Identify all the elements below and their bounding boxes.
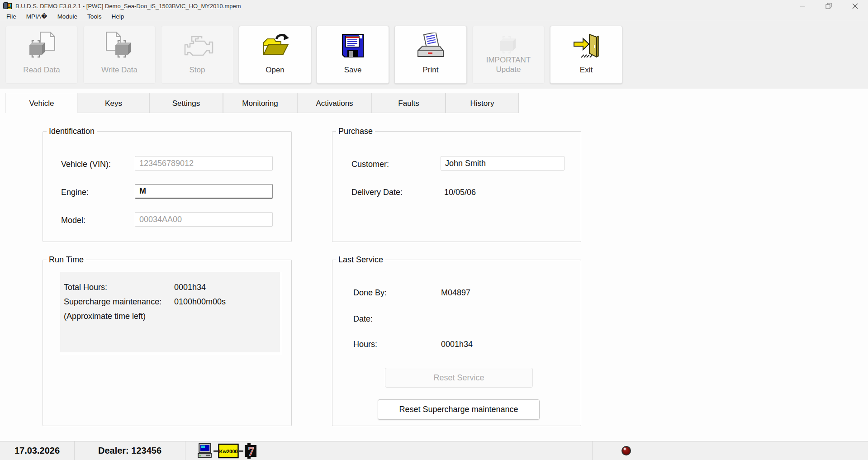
supercharge-label: Supercharge maintenance: (64, 297, 161, 307)
date-label: Date: (353, 314, 373, 324)
hours-value: 0001h34 (441, 340, 473, 349)
hours-label: Hours: (353, 340, 377, 349)
buds-app-icon (3, 2, 12, 10)
last-service-group: Last Service Done By: M04897 Date: Hours… (332, 260, 581, 426)
ecu-module-icon: 7 (243, 442, 258, 460)
open-button[interactable]: Open (239, 26, 311, 84)
tab-settings[interactable]: Settings (149, 93, 223, 113)
toolbar-button-label: Write Data (101, 65, 138, 75)
done-by-value: M04897 (441, 288, 470, 298)
status-date: 17.03.2026 (14, 446, 60, 456)
run-time-group: Run Time Total Hours: 0001h34 Supercharg… (43, 260, 292, 426)
engine-field[interactable] (135, 184, 273, 199)
important-update-button: IMPORTANT Update (472, 26, 545, 84)
save-floppy-icon (341, 33, 365, 58)
exit-button[interactable]: Exit (550, 26, 622, 84)
tab-history[interactable]: History (446, 93, 519, 113)
write-data-icon (104, 31, 134, 60)
connector-line (239, 450, 243, 452)
total-hours-label: Total Hours: (64, 283, 107, 292)
tab-keys[interactable]: Keys (78, 93, 149, 113)
tab-activations[interactable]: Activations (297, 93, 372, 113)
status-dealer: Dealer: 123456 (98, 446, 161, 456)
purchase-group: Purchase Customer: Delivery Date: 10/05/… (332, 131, 581, 242)
menu-module[interactable]: Module (52, 13, 82, 20)
svg-text:Kw2000: Kw2000 (219, 449, 238, 454)
menu-tools[interactable]: Tools (82, 13, 107, 20)
toolbar-button-label: IMPORTANT (486, 55, 531, 65)
svg-text:7: 7 (248, 445, 254, 458)
minimize-icon (800, 3, 806, 9)
toolbar-button-label: Open (266, 65, 285, 75)
menu-help[interactable]: Help (106, 13, 129, 20)
total-hours-value: 0001h34 (174, 283, 206, 292)
model-field[interactable] (135, 212, 273, 227)
delivery-date-label: Delivery Date: (351, 188, 403, 197)
title-bar: B.U.D.S. DEMO E3.8.2.1 - [PWC] Demo_Sea-… (0, 0, 868, 12)
window-title: B.U.D.S. DEMO E3.8.2.1 - [PWC] Demo_Sea-… (15, 3, 241, 9)
toolbar-button-label: Stop (190, 65, 205, 75)
engine-stop-icon (180, 33, 214, 58)
supercharge-value: 0100h00m00s (174, 297, 226, 307)
approximate-time-note: (Approximate time left) (64, 312, 146, 321)
open-folder-icon (260, 33, 290, 59)
close-button[interactable] (842, 0, 868, 12)
computer-icon (197, 443, 213, 459)
menu-bar: File MPIA� Module Tools Help (0, 12, 868, 21)
toolbar: Read Data Write Data (0, 22, 868, 89)
toolbar-button-label: Save (344, 65, 362, 75)
toolbar-button-label: Exit (580, 65, 593, 75)
reset-supercharge-button[interactable]: Reset Supercharge maintenance (378, 399, 540, 420)
toolbar-button-label: Print (423, 65, 439, 75)
status-led-icon (621, 446, 631, 455)
customer-field[interactable] (441, 156, 564, 171)
group-title: Identification (47, 127, 97, 136)
tab-faults[interactable]: Faults (372, 93, 446, 113)
delivery-date-value: 10/05/06 (444, 188, 476, 197)
connection-status: Kw2000 7 (197, 442, 258, 460)
menu-file[interactable]: File (1, 13, 21, 20)
tab-vehicle[interactable]: Vehicle (5, 93, 78, 113)
identification-group: Identification Vehicle (VIN): Engine: Mo… (43, 131, 292, 242)
reset-service-button: Reset Service (385, 368, 533, 388)
printer-icon (415, 33, 446, 59)
exit-door-icon (572, 32, 600, 59)
done-by-label: Done By: (353, 288, 387, 298)
tab-monitoring[interactable]: Monitoring (223, 93, 297, 113)
connector-line (213, 450, 218, 452)
vin-label: Vehicle (VIN): (61, 160, 111, 169)
menu-mpia[interactable]: MPIA� (21, 13, 52, 20)
save-button[interactable]: Save (317, 26, 389, 84)
vin-field[interactable] (135, 156, 273, 171)
kw2000-adapter-icon: Kw2000 (218, 443, 239, 459)
model-label: Model: (61, 216, 85, 225)
close-icon (852, 3, 858, 9)
restore-icon (825, 3, 832, 9)
restore-button[interactable] (816, 0, 842, 12)
engine-label: Engine: (61, 188, 89, 197)
status-bar: 17.03.2026 Dealer: 123456 Kw2000 (0, 441, 868, 460)
group-title: Last Service (336, 255, 385, 265)
read-data-icon (27, 31, 57, 60)
minimize-button[interactable] (789, 0, 816, 12)
stop-button: Stop (161, 26, 233, 84)
content-area: Vehicle Keys Settings Monitoring Activat… (0, 89, 868, 441)
write-data-button: Write Data (83, 26, 156, 84)
toolbar-button-label: Read Data (23, 65, 60, 75)
group-title: Purchase (336, 127, 375, 136)
customer-label: Customer: (351, 160, 389, 169)
update-module-icon (498, 33, 519, 56)
print-button[interactable]: Print (394, 26, 467, 84)
toolbar-button-label: Update (496, 65, 521, 74)
group-title: Run Time (47, 255, 86, 265)
read-data-button: Read Data (5, 26, 78, 84)
